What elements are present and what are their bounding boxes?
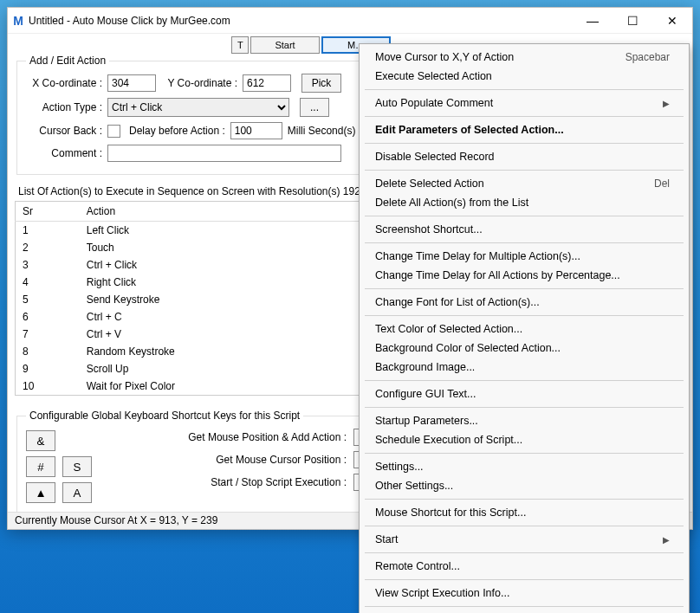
shortcut-up-button[interactable]: ▲ <box>26 482 55 503</box>
menu-separator <box>365 315 684 316</box>
cell-action: Send Keystroke <box>80 291 364 308</box>
pick-button[interactable]: Pick <box>301 74 341 93</box>
minimize-button[interactable]: — <box>573 8 612 34</box>
titlebar: M Untitled - Auto Mouse Click by MurGee.… <box>8 8 692 34</box>
menu-item[interactable]: Start▶ <box>360 530 689 549</box>
action-type-label: Action Type : <box>26 101 102 113</box>
menu-separator <box>365 89 684 90</box>
action-type-select[interactable]: Ctrl + Click <box>107 98 289 117</box>
menu-separator <box>365 407 684 408</box>
menu-item-label: View Script Execution Info... <box>375 587 509 599</box>
menu-item[interactable]: Background Image... <box>360 358 689 377</box>
menu-item-label: Execute Selected Action <box>375 70 492 82</box>
cell-action: Ctrl + Click <box>80 256 364 274</box>
menu-item-label: Delete All Action(s) from the List <box>375 197 528 209</box>
menu-item[interactable]: Edit Parameters of Selected Action... <box>360 120 689 139</box>
menu-item[interactable]: Change Font for List of Action(s)... <box>360 293 689 312</box>
shortcut-row2-label: Get Mouse Cursor Position : <box>104 454 347 466</box>
cell-sr: 3 <box>16 256 80 274</box>
cell-sr: 5 <box>16 291 80 308</box>
context-menu[interactable]: Move Cursor to X,Y of ActionSpacebarExec… <box>359 43 690 613</box>
menu-item[interactable]: Change Time Delay for Multiple Action(s)… <box>360 247 689 266</box>
menu-item[interactable]: Text Color of Selected Action... <box>360 319 689 339</box>
menu-item[interactable]: Auto Populate Comment▶ <box>360 94 689 113</box>
menu-separator <box>365 242 684 243</box>
app-icon: M <box>8 14 29 28</box>
comment-input[interactable] <box>107 145 341 162</box>
cell-action: Ctrl + V <box>80 326 364 343</box>
menu-item[interactable]: Change Time Delay for All Actions by Per… <box>360 266 689 285</box>
menu-item[interactable]: Schedule Execution of Script... <box>360 430 689 449</box>
menu-item-label: Remote Control... <box>375 560 460 572</box>
menu-item[interactable]: Other Settings... <box>360 476 689 495</box>
cell-sr: 10 <box>16 377 80 396</box>
submenu-arrow-icon: ▶ <box>663 99 670 108</box>
shortcut-row3-label: Start / Stop Script Execution : <box>104 476 347 488</box>
menu-item-label: Move Cursor to X,Y of Action <box>375 51 514 63</box>
menu-item[interactable]: Move Cursor to X,Y of ActionSpacebar <box>360 48 689 67</box>
shortcut-a-button[interactable]: A <box>62 482 92 503</box>
x-coord-label: X Co-ordinate : <box>26 77 102 89</box>
cell-action: Ctrl + C <box>80 308 364 326</box>
menu-separator <box>365 288 684 289</box>
menu-separator <box>365 143 684 144</box>
menu-separator <box>365 453 684 454</box>
menu-item-label: Change Font for List of Action(s)... <box>375 296 540 308</box>
cell-sr: 8 <box>16 343 80 360</box>
cell-sr: 9 <box>16 360 80 377</box>
menu-item-label: Settings... <box>375 461 424 473</box>
col-action[interactable]: Action <box>80 202 364 222</box>
cell-sr: 7 <box>16 326 80 343</box>
menu-item[interactable]: View Script Execution Info... <box>360 584 689 603</box>
cell-action: Touch <box>80 239 364 256</box>
menu-item[interactable]: Disable Selected Record <box>360 147 689 166</box>
menu-item-label: Start <box>375 533 398 545</box>
menu-separator <box>365 216 684 216</box>
shortcut-s-button[interactable]: S <box>62 456 92 477</box>
menu-item[interactable]: Delete Selected ActionDel <box>360 174 689 193</box>
cell-action: Left Click <box>80 222 364 240</box>
cursor-back-label: Cursor Back : <box>26 125 102 137</box>
x-coord-input[interactable] <box>107 74 156 92</box>
shortcut-amp-button[interactable]: & <box>26 430 55 451</box>
action-type-more-button[interactable]: ... <box>300 98 329 117</box>
y-coord-input[interactable] <box>243 74 291 92</box>
cell-action: Random Keystroke <box>80 343 364 360</box>
comment-label: Comment : <box>26 147 102 159</box>
menu-item-label: Change Time Delay for Multiple Action(s)… <box>375 250 580 262</box>
cursor-back-checkbox[interactable] <box>107 125 120 138</box>
shortcut-row1-label: Get Mouse Position & Add Action : <box>104 431 347 443</box>
menu-separator <box>365 579 684 580</box>
shortcut-hash-button[interactable]: # <box>26 456 55 477</box>
menu-item[interactable]: Execute Selected Action <box>360 67 689 86</box>
cell-sr: 4 <box>16 274 80 291</box>
cell-sr: 6 <box>16 308 80 326</box>
delay-units-label: Milli Second(s) <box>288 125 356 137</box>
menu-item[interactable]: Delete All Action(s) from the List <box>360 193 689 212</box>
menu-item-label: Disable Selected Record <box>375 151 495 163</box>
window-title: Untitled - Auto Mouse Click by MurGee.co… <box>29 15 573 27</box>
menu-separator <box>365 380 684 381</box>
menu-separator <box>365 606 684 607</box>
menu-item[interactable]: Settings... <box>360 457 689 476</box>
menu-item[interactable]: Screenshot Shortcut... <box>360 220 689 239</box>
menu-item-label: Configure GUI Text... <box>375 388 476 400</box>
menu-item[interactable]: Startup Parameters... <box>360 411 689 430</box>
menu-item-label: Edit Parameters of Selected Action... <box>375 124 564 136</box>
menu-item-label: Delete Selected Action <box>375 177 484 190</box>
maximize-button[interactable]: ☐ <box>612 8 652 34</box>
close-button[interactable]: ✕ <box>652 8 692 34</box>
menu-separator <box>365 526 684 526</box>
cell-action: Wait for Pixel Color <box>80 377 364 396</box>
menu-item[interactable]: Configure GUI Text... <box>360 384 689 403</box>
delay-input[interactable] <box>230 122 282 139</box>
menu-item[interactable]: Background Color of Selected Action... <box>360 339 689 358</box>
submenu-arrow-icon: ▶ <box>663 535 670 545</box>
menu-item-label: Background Image... <box>375 361 475 373</box>
cell-action: Scroll Up <box>80 360 364 377</box>
col-sr[interactable]: Sr <box>16 202 80 222</box>
menu-separator <box>365 116 684 117</box>
menu-item-hotkey: Spacebar <box>625 51 670 63</box>
menu-item[interactable]: Mouse Shortcut for this Script... <box>360 503 689 522</box>
menu-item[interactable]: Remote Control... <box>360 557 689 576</box>
